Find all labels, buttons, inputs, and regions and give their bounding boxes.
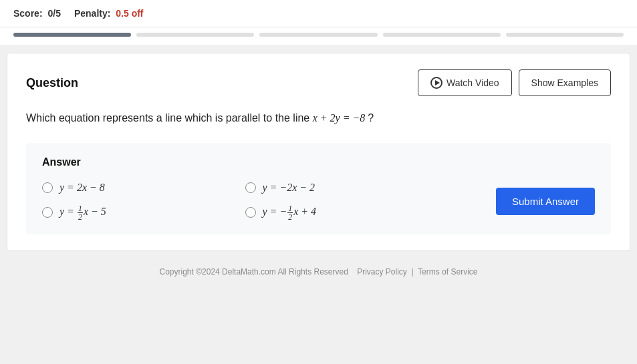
radio-option-2[interactable] (245, 182, 256, 193)
play-circle-icon (430, 77, 442, 89)
score-bar: Score: 0/5 Penalty: 0.5 off (0, 0, 637, 27)
progress-segment-3 (259, 33, 377, 37)
radio-option-4[interactable] (245, 207, 256, 218)
question-header: Question Watch Video Show Examples (26, 69, 611, 96)
submit-answer-button[interactable]: Submit Answer (496, 188, 595, 215)
progress-segment-4 (383, 33, 501, 37)
radio-option-1[interactable] (42, 182, 53, 193)
answer-option-3[interactable]: y = 12x − 5 (42, 204, 245, 221)
answer-label: Answer (42, 156, 595, 168)
play-triangle-icon (435, 80, 440, 85)
score-label: Score: 0/5 (13, 8, 61, 19)
progress-segment-2 (136, 33, 254, 37)
option-1-text: y = 2x − 8 (59, 182, 105, 194)
watch-video-button[interactable]: Watch Video (418, 69, 512, 96)
progress-segment-1 (13, 33, 131, 37)
option-4-text: y = −12x + 4 (263, 204, 317, 221)
privacy-policy-link[interactable]: Privacy Policy (357, 267, 407, 277)
option-2-text: y = −2x − 2 (263, 182, 315, 194)
progress-bars (0, 27, 637, 45)
answer-option-2[interactable]: y = −2x − 2 (245, 182, 449, 194)
penalty-value: 0.5 off (116, 8, 143, 19)
equation-inline: x + 2y = −8 (313, 112, 368, 124)
header-buttons: Watch Video Show Examples (418, 69, 611, 96)
progress-segment-5 (506, 33, 624, 37)
question-title: Question (26, 76, 78, 90)
footer: Copyright ©2024 DeltaMath.com All Rights… (0, 259, 637, 285)
radio-option-3[interactable] (42, 207, 53, 218)
terms-of-service-link[interactable]: Terms of Service (418, 267, 477, 277)
answer-option-4[interactable]: y = −12x + 4 (245, 204, 449, 221)
answer-section: Answer y = 2x − 8 y = −2x − 2 (26, 143, 611, 234)
score-value: 0/5 (47, 8, 60, 19)
answer-option-1[interactable]: y = 2x − 8 (42, 182, 245, 194)
penalty-label: Penalty: 0.5 off (74, 8, 144, 19)
show-examples-button[interactable]: Show Examples (519, 69, 611, 96)
question-text: Which equation represents a line which i… (26, 110, 611, 127)
main-card: Question Watch Video Show Examples Which… (7, 53, 630, 251)
option-3-text: y = 12x − 5 (59, 204, 106, 221)
answer-grid: y = 2x − 8 y = −2x − 2 Submit Answer (42, 182, 595, 221)
